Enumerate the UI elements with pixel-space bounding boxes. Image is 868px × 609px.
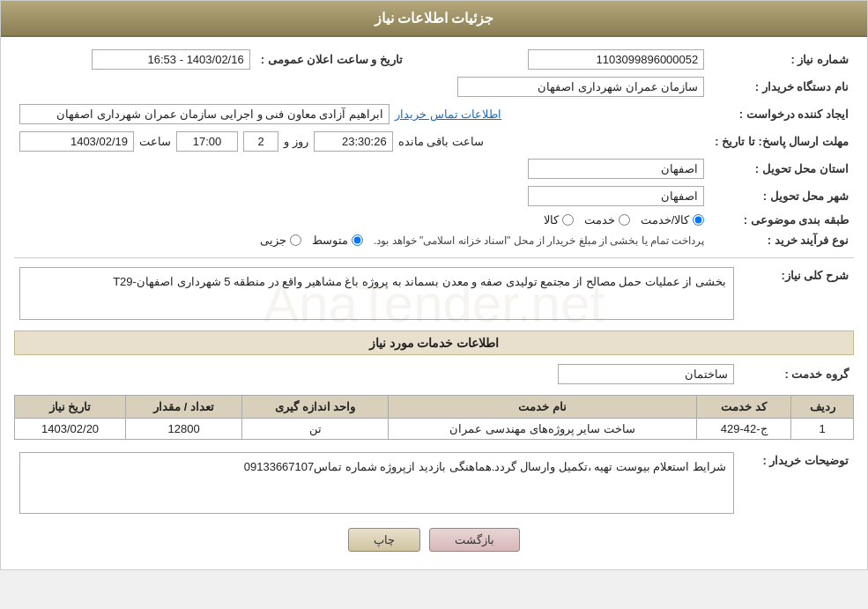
buyer-desc-label: توضیحات خریدار : (739, 449, 854, 517)
purchase-jozvi-option[interactable]: جزیی (260, 234, 301, 247)
info-table-top: شماره نیاز : 1103099896000052 تاریخ و سا… (14, 46, 854, 250)
category-kala-label: کالا (544, 213, 559, 227)
print-button[interactable]: چاپ (348, 528, 420, 552)
purchase-motavsat-option[interactable]: متوسط (312, 234, 363, 247)
category-khadamat-label: خدمت (584, 213, 615, 227)
purchase-type-label: نوع فرآیند خرید : (709, 230, 854, 250)
category-khadamat-option[interactable]: خدمت (584, 213, 630, 227)
send-time: 17:00 (176, 131, 238, 152)
need-number-value: 1103099896000052 (528, 49, 704, 70)
purchase-jozvi-radio[interactable] (290, 234, 301, 246)
description-table: شرح کلی نیاز: بخشی از عملیات حمل مصالح ا… (14, 264, 854, 323)
col-quantity: تعداد / مقدار (126, 396, 242, 419)
province-value: اصفهان (528, 159, 704, 179)
category-kala-khadamat-label: کالا/خدمت (641, 213, 690, 227)
col-code: کد خدمت (696, 396, 790, 419)
purchase-motavsat-label: متوسط (312, 234, 348, 247)
category-kala-option[interactable]: کالا (544, 213, 574, 227)
col-date: تاریخ نیاز (15, 396, 126, 419)
col-unit: واحد اندازه گیری (242, 396, 389, 419)
buyer-desc-text: شرایط استعلام بیوست تهیه ،تکمیل وارسال گ… (19, 452, 734, 514)
need-number-label: شماره نیاز : (709, 46, 854, 73)
services-table: ردیف کد خدمت نام خدمت واحد اندازه گیری ت… (14, 395, 854, 440)
cell-code: ج-42-429 (696, 419, 790, 440)
cell-name: ساخت سایر پروژه‌های مهندسی عمران (389, 419, 697, 440)
cell-quantity: 12800 (126, 419, 242, 440)
table-row: 1ج-42-429ساخت سایر پروژه‌های مهندسی عمرا… (15, 419, 854, 440)
send-deadline-label: مهلت ارسال پاسخ: تا تاریخ : (709, 128, 854, 155)
announce-label: تاریخ و ساعت اعلان عمومی : (256, 46, 408, 73)
description-text: بخشی از عملیات حمل مصالح از مجتمع تولیدی… (19, 267, 734, 320)
page-header: جزئیات اطلاعات نیاز (1, 1, 867, 37)
remaining-time: 23:30:26 (314, 131, 393, 152)
buyer-org-label: نام دستگاه خریدار : (709, 73, 854, 100)
services-section-title: اطلاعات خدمات مورد نیاز (14, 330, 854, 355)
cell-date: 1403/02/20 (15, 419, 126, 440)
remaining-days: 2 (243, 131, 278, 152)
remaining-label: روز و (284, 135, 308, 148)
col-row: ردیف (791, 396, 854, 419)
contact-link[interactable]: اطلاعات تماس خریدار (395, 108, 501, 121)
announce-value: 1403/02/16 - 16:53 (92, 49, 250, 70)
creator-value: ابراهیم آزادی معاون فنی و اجرایی سازمان … (19, 104, 389, 124)
category-kala-khadamat-radio[interactable] (693, 214, 704, 226)
creator-label: ایجاد کننده درخواست : (709, 100, 854, 128)
send-date: 1403/02/19 (19, 131, 134, 152)
buttons-row: بازگشت چاپ (14, 528, 854, 552)
send-time-label: ساعت (139, 135, 171, 148)
back-button[interactable]: بازگشت (429, 528, 520, 552)
description-label: شرح کلی نیاز: (739, 264, 854, 323)
city-value: اصفهان (528, 186, 704, 206)
category-khadamat-radio[interactable] (619, 214, 630, 226)
category-kala-khadamat-option[interactable]: کالا/خدمت (641, 213, 705, 227)
city-label: شهر محل تحویل : (709, 182, 854, 210)
buyer-org-value: سازمان عمران شهرداری اصفهان (457, 77, 704, 97)
service-group-table: گروه خدمت : ساختمان (14, 360, 854, 388)
purchase-motavsat-radio[interactable] (352, 234, 363, 246)
purchase-note: پرداخت تمام یا بخشی از مبلغ خریدار از مح… (374, 234, 704, 247)
remaining-suffix: ساعت باقی مانده (398, 135, 484, 148)
category-kala-radio[interactable] (562, 214, 574, 226)
service-group-label: گروه خدمت : (739, 360, 854, 388)
service-group-value: ساختمان (558, 364, 734, 384)
page-title: جزئیات اطلاعات نیاز (375, 11, 494, 26)
province-label: استان محل تحویل : (709, 155, 854, 182)
col-name: نام خدمت (389, 396, 697, 419)
cell-unit: تن (242, 419, 389, 440)
buyer-desc-table: توضیحات خریدار : شرایط استعلام بیوست تهی… (14, 449, 854, 517)
purchase-jozvi-label: جزیی (260, 234, 286, 247)
category-label: طبقه بندی موضوعی : (709, 210, 854, 230)
cell-row: 1 (791, 419, 854, 440)
